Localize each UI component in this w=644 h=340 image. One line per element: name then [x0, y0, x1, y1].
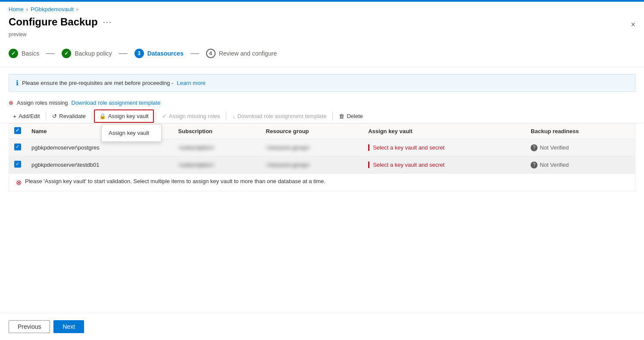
toolbar-divider-4 — [226, 112, 226, 121]
info-banner: ℹ Please ensure the pre-requisites are m… — [9, 74, 635, 92]
previous-button[interactable]: Previous — [9, 320, 50, 333]
learn-more-link[interactable]: Learn more — [177, 80, 205, 86]
checkmark-icon: ✓ — [162, 113, 167, 119]
row1-subscription: <subscription> — [173, 139, 261, 156]
step-review-label: Review and configure — [219, 50, 277, 57]
row1-readiness: ? Not Verified — [525, 139, 635, 156]
plus-icon: + — [13, 113, 16, 120]
assign-key-vault-dropdown: Assign key vault — [101, 124, 162, 142]
col-subscription: Subscription — [173, 124, 261, 139]
row1-readiness-text: Not Verified — [540, 144, 569, 151]
step-basics-circle: ✓ — [9, 49, 18, 58]
step-datasources-label: Datasources — [147, 50, 184, 57]
row1-checkbox[interactable] — [14, 143, 21, 150]
table-row: pgbkpdemoserver\testdb01 <subscription> … — [9, 156, 635, 174]
error-icon: ⊗ — [16, 178, 22, 187]
row2-subscription: <subscription> — [173, 156, 261, 174]
row1-readiness-status: ? Not Verified — [531, 144, 630, 151]
info-text: Please ensure the pre-requisites are met… — [22, 80, 173, 86]
download-template-label: Download role assignment template — [238, 113, 327, 119]
add-edit-button[interactable]: + Add/Edit — [9, 110, 44, 122]
assign-roles-error-icon: ⊗ — [9, 100, 13, 106]
dots-menu[interactable]: ··· — [103, 18, 112, 27]
trash-icon: 🗑 — [339, 113, 344, 119]
step-review[interactable]: 4 Review and configure — [206, 47, 284, 60]
next-button[interactable]: Next — [53, 320, 84, 333]
row1-checkbox-cell — [9, 139, 26, 156]
download-template-button[interactable]: ↓ Download role assignment template — [228, 110, 331, 122]
breadcrumb-sep2: › — [76, 6, 78, 12]
row1-resource-group: <resource group> — [261, 139, 363, 156]
error-banner: ⊗ Please 'Assign key vault' to start val… — [9, 174, 635, 191]
row2-resource-group: <resource group> — [261, 156, 363, 174]
step-datasources-circle: 3 — [134, 49, 144, 58]
step-backup-policy-circle: ✓ — [62, 49, 71, 58]
toolbar-divider-1 — [46, 112, 46, 121]
delete-label: Delete — [347, 113, 363, 119]
add-edit-label: Add/Edit — [19, 113, 40, 119]
row2-readiness-text: Not Verified — [540, 162, 569, 168]
row2-rg-value: <resource group> — [266, 162, 310, 168]
row2-key-vault: Select a key vault and secret — [363, 156, 525, 174]
row2-readiness-status: ? Not Verified — [531, 162, 630, 168]
row1-key-vault: Select a key vault and secret — [363, 139, 525, 156]
toolbar-divider-2 — [92, 112, 92, 121]
col-assign-key-vault: Assign key vault — [363, 124, 525, 139]
row2-name: pgbkpdemoserver\testdb01 — [26, 156, 173, 174]
step-divider-1 — [46, 53, 55, 54]
step-backup-policy-label: Backup policy — [75, 50, 112, 57]
step-basics-label: Basics — [22, 50, 39, 57]
breadcrumb-home[interactable]: Home — [9, 6, 24, 12]
error-text: Please 'Assign key vault' to start valid… — [25, 178, 325, 184]
row2-checkbox[interactable] — [14, 161, 21, 168]
step-divider-2 — [119, 53, 128, 54]
info-icon: ℹ — [16, 79, 19, 87]
row1-rg-value: <resource group> — [266, 144, 310, 151]
select-all-checkbox[interactable] — [14, 127, 21, 134]
step-basics[interactable]: ✓ Basics — [9, 47, 46, 60]
page-subtitle: preview — [0, 31, 644, 40]
download-role-template-link[interactable]: Download role assignment template — [72, 100, 161, 106]
page-container: Home › PGbkpdemovault › Configure Backup… — [0, 0, 644, 340]
step-divider-3 — [191, 53, 199, 54]
download-icon: ↓ — [232, 113, 235, 119]
assign-key-vault-label: Assign key vault — [108, 113, 149, 119]
step-backup-policy[interactable]: ✓ Backup policy — [62, 47, 119, 60]
breadcrumb-sep1: › — [26, 6, 28, 12]
col-checkbox — [9, 124, 26, 139]
breadcrumb-vault[interactable]: PGbkpdemovault — [31, 6, 74, 12]
bottom-navigation: Previous Next — [0, 313, 644, 340]
breadcrumb: Home › PGbkpdemovault › — [0, 2, 644, 14]
col-resource-group: Resource group — [261, 124, 363, 139]
toolbar-divider-3 — [156, 112, 156, 121]
col-backup-readiness: Backup readiness — [525, 124, 635, 139]
revalidate-label: Revalidate — [59, 113, 85, 119]
row2-checkbox-cell — [9, 156, 26, 174]
header: Configure Backup ··· — [0, 14, 644, 31]
wizard-steps: ✓ Basics ✓ Backup policy 3 Datasources 4… — [0, 40, 644, 67]
assign-roles-missing-text: Assign roles missing — [17, 100, 68, 106]
revalidate-button[interactable]: ↺ Revalidate — [48, 110, 90, 122]
lock-icon: 🔒 — [99, 113, 106, 119]
assign-missing-roles-label: Assign missing roles — [169, 113, 220, 119]
row1-subscription-value: <subscription> — [178, 144, 215, 151]
assign-missing-roles-button[interactable]: ✓ Assign missing roles — [158, 110, 225, 122]
toolbar-divider-5 — [332, 112, 333, 121]
row1-key-vault-link[interactable]: Select a key vault and secret — [368, 144, 444, 151]
close-button[interactable]: × — [631, 21, 635, 28]
revalidate-icon: ↺ — [52, 113, 57, 119]
toolbar: + Add/Edit ↺ Revalidate 🔒 Assign key vau… — [0, 108, 644, 123]
assign-key-vault-button[interactable]: 🔒 Assign key vault — [94, 109, 154, 123]
page-title: Configure Backup — [9, 16, 98, 28]
question-icon-2: ? — [531, 162, 538, 168]
step-review-circle: 4 — [206, 49, 216, 58]
assign-roles-bar: ⊗ Assign roles missing Download role ass… — [0, 97, 644, 108]
row2-subscription-value: <subscription> — [178, 162, 215, 168]
delete-button[interactable]: 🗑 Delete — [335, 110, 367, 122]
dropdown-assign-key-vault[interactable]: Assign key vault — [102, 127, 161, 139]
question-icon-1: ? — [531, 144, 538, 151]
step-datasources[interactable]: 3 Datasources — [134, 47, 191, 60]
row2-key-vault-link[interactable]: Select a key vault and secret — [368, 162, 444, 168]
row2-readiness: ? Not Verified — [525, 156, 635, 174]
